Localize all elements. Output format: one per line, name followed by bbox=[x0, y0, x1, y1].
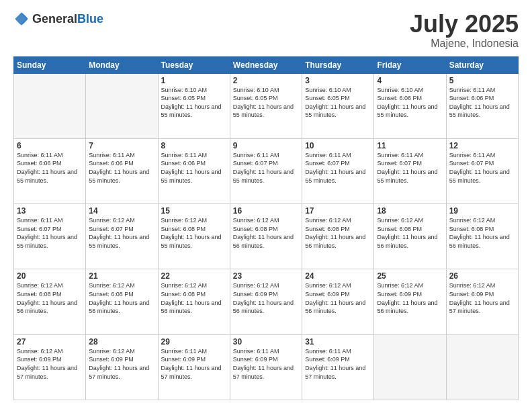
cell-info: Sunrise: 6:12 AMSunset: 6:08 PMDaylight:… bbox=[89, 281, 154, 315]
cell-info: Sunrise: 6:12 AMSunset: 6:08 PMDaylight:… bbox=[377, 216, 443, 250]
day-number: 15 bbox=[161, 206, 227, 216]
day-number: 12 bbox=[449, 141, 515, 150]
logo-text: GeneralBlue bbox=[32, 12, 103, 26]
cell-info: Sunrise: 6:11 AMSunset: 6:09 PMDaylight:… bbox=[161, 347, 227, 381]
calendar-cell bbox=[374, 334, 446, 400]
col-wednesday: Wednesday bbox=[230, 56, 302, 73]
location: Majene, Indonesia bbox=[410, 38, 519, 50]
calendar-week-1: 1Sunrise: 6:10 AMSunset: 6:05 PMDaylight… bbox=[14, 73, 519, 138]
calendar-week-4: 20Sunrise: 6:12 AMSunset: 6:08 PMDayligh… bbox=[14, 269, 519, 334]
col-tuesday: Tuesday bbox=[158, 56, 230, 73]
day-number: 23 bbox=[233, 271, 299, 281]
calendar-cell: 27Sunrise: 6:12 AMSunset: 6:09 PMDayligh… bbox=[14, 334, 86, 400]
cell-info: Sunrise: 6:12 AMSunset: 6:09 PMDaylight:… bbox=[449, 281, 515, 315]
col-sunday: Sunday bbox=[14, 56, 86, 73]
calendar-cell: 19Sunrise: 6:12 AMSunset: 6:08 PMDayligh… bbox=[446, 204, 518, 269]
calendar-cell: 10Sunrise: 6:11 AMSunset: 6:07 PMDayligh… bbox=[302, 138, 374, 203]
calendar-cell: 16Sunrise: 6:12 AMSunset: 6:08 PMDayligh… bbox=[230, 204, 302, 269]
day-number: 4 bbox=[377, 76, 443, 85]
day-number: 25 bbox=[377, 271, 443, 281]
cell-info: Sunrise: 6:11 AMSunset: 6:09 PMDaylight:… bbox=[233, 347, 299, 381]
day-number: 22 bbox=[161, 271, 227, 281]
title-block: July 2025 Majene, Indonesia bbox=[410, 11, 519, 50]
calendar-cell: 5Sunrise: 6:11 AMSunset: 6:06 PMDaylight… bbox=[446, 73, 518, 138]
calendar-cell: 22Sunrise: 6:12 AMSunset: 6:08 PMDayligh… bbox=[158, 269, 230, 334]
cell-info: Sunrise: 6:11 AMSunset: 6:06 PMDaylight:… bbox=[449, 86, 515, 120]
cell-info: Sunrise: 6:12 AMSunset: 6:08 PMDaylight:… bbox=[161, 281, 227, 315]
cell-info: Sunrise: 6:12 AMSunset: 6:08 PMDaylight:… bbox=[449, 216, 515, 250]
calendar-cell: 29Sunrise: 6:11 AMSunset: 6:09 PMDayligh… bbox=[158, 334, 230, 400]
calendar-cell: 17Sunrise: 6:12 AMSunset: 6:08 PMDayligh… bbox=[302, 204, 374, 269]
col-thursday: Thursday bbox=[302, 56, 374, 73]
calendar-header-row: Sunday Monday Tuesday Wednesday Thursday… bbox=[14, 56, 519, 73]
cell-info: Sunrise: 6:12 AMSunset: 6:08 PMDaylight:… bbox=[17, 281, 83, 315]
calendar-cell: 30Sunrise: 6:11 AMSunset: 6:09 PMDayligh… bbox=[230, 334, 302, 400]
calendar-cell: 26Sunrise: 6:12 AMSunset: 6:09 PMDayligh… bbox=[446, 269, 518, 334]
day-number: 1 bbox=[161, 76, 227, 85]
calendar-cell bbox=[86, 73, 158, 138]
cell-info: Sunrise: 6:11 AMSunset: 6:06 PMDaylight:… bbox=[17, 151, 83, 185]
cell-info: Sunrise: 6:12 AMSunset: 6:09 PMDaylight:… bbox=[17, 347, 83, 381]
month-year: July 2025 bbox=[410, 11, 519, 38]
cell-info: Sunrise: 6:10 AMSunset: 6:05 PMDaylight:… bbox=[305, 86, 371, 120]
calendar-week-2: 6Sunrise: 6:11 AMSunset: 6:06 PMDaylight… bbox=[14, 138, 519, 203]
cell-info: Sunrise: 6:11 AMSunset: 6:07 PMDaylight:… bbox=[17, 216, 83, 250]
cell-info: Sunrise: 6:12 AMSunset: 6:08 PMDaylight:… bbox=[305, 216, 371, 250]
cell-info: Sunrise: 6:11 AMSunset: 6:09 PMDaylight:… bbox=[305, 347, 371, 381]
calendar-week-5: 27Sunrise: 6:12 AMSunset: 6:09 PMDayligh… bbox=[14, 334, 519, 400]
header: GeneralBlue July 2025 Majene, Indonesia bbox=[13, 11, 519, 50]
day-number: 16 bbox=[233, 206, 299, 216]
col-monday: Monday bbox=[86, 56, 158, 73]
day-number: 21 bbox=[89, 271, 154, 281]
calendar-cell: 25Sunrise: 6:12 AMSunset: 6:09 PMDayligh… bbox=[374, 269, 446, 334]
logo-blue: Blue bbox=[77, 12, 103, 26]
day-number: 27 bbox=[17, 337, 83, 347]
day-number: 31 bbox=[305, 337, 371, 347]
calendar-cell: 28Sunrise: 6:12 AMSunset: 6:09 PMDayligh… bbox=[86, 334, 158, 400]
day-number: 14 bbox=[89, 206, 154, 216]
day-number: 28 bbox=[89, 337, 154, 347]
logo-general: General bbox=[32, 12, 77, 26]
day-number: 9 bbox=[233, 141, 299, 150]
calendar-cell: 13Sunrise: 6:11 AMSunset: 6:07 PMDayligh… bbox=[14, 204, 86, 269]
cell-info: Sunrise: 6:11 AMSunset: 6:07 PMDaylight:… bbox=[233, 151, 299, 185]
logo: GeneralBlue bbox=[13, 11, 103, 27]
day-number: 20 bbox=[17, 271, 83, 281]
cell-info: Sunrise: 6:11 AMSunset: 6:07 PMDaylight:… bbox=[449, 151, 515, 185]
calendar-cell: 8Sunrise: 6:11 AMSunset: 6:06 PMDaylight… bbox=[158, 138, 230, 203]
calendar-cell: 6Sunrise: 6:11 AMSunset: 6:06 PMDaylight… bbox=[14, 138, 86, 203]
calendar-cell: 7Sunrise: 6:11 AMSunset: 6:06 PMDaylight… bbox=[86, 138, 158, 203]
cell-info: Sunrise: 6:11 AMSunset: 6:06 PMDaylight:… bbox=[89, 151, 154, 185]
cell-info: Sunrise: 6:12 AMSunset: 6:07 PMDaylight:… bbox=[89, 216, 154, 250]
day-number: 8 bbox=[161, 141, 227, 150]
calendar-cell: 18Sunrise: 6:12 AMSunset: 6:08 PMDayligh… bbox=[374, 204, 446, 269]
day-number: 24 bbox=[305, 271, 371, 281]
day-number: 18 bbox=[377, 206, 443, 216]
calendar-cell: 4Sunrise: 6:10 AMSunset: 6:06 PMDaylight… bbox=[374, 73, 446, 138]
day-number: 11 bbox=[377, 141, 443, 150]
calendar-cell: 15Sunrise: 6:12 AMSunset: 6:08 PMDayligh… bbox=[158, 204, 230, 269]
cell-info: Sunrise: 6:11 AMSunset: 6:07 PMDaylight:… bbox=[305, 151, 371, 185]
calendar-cell: 24Sunrise: 6:12 AMSunset: 6:09 PMDayligh… bbox=[302, 269, 374, 334]
day-number: 17 bbox=[305, 206, 371, 216]
day-number: 19 bbox=[449, 206, 515, 216]
day-number: 29 bbox=[161, 337, 227, 347]
day-number: 5 bbox=[449, 76, 515, 85]
calendar-cell: 11Sunrise: 6:11 AMSunset: 6:07 PMDayligh… bbox=[374, 138, 446, 203]
calendar-week-3: 13Sunrise: 6:11 AMSunset: 6:07 PMDayligh… bbox=[14, 204, 519, 269]
calendar-cell bbox=[446, 334, 518, 400]
cell-info: Sunrise: 6:10 AMSunset: 6:05 PMDaylight:… bbox=[233, 86, 299, 120]
cell-info: Sunrise: 6:12 AMSunset: 6:08 PMDaylight:… bbox=[233, 216, 299, 250]
day-number: 30 bbox=[233, 337, 299, 347]
day-number: 2 bbox=[233, 76, 299, 85]
calendar-cell: 2Sunrise: 6:10 AMSunset: 6:05 PMDaylight… bbox=[230, 73, 302, 138]
cell-info: Sunrise: 6:12 AMSunset: 6:09 PMDaylight:… bbox=[305, 281, 371, 315]
calendar-cell: 9Sunrise: 6:11 AMSunset: 6:07 PMDaylight… bbox=[230, 138, 302, 203]
calendar-cell: 1Sunrise: 6:10 AMSunset: 6:05 PMDaylight… bbox=[158, 73, 230, 138]
day-number: 10 bbox=[305, 141, 371, 150]
calendar-cell: 23Sunrise: 6:12 AMSunset: 6:09 PMDayligh… bbox=[230, 269, 302, 334]
day-number: 3 bbox=[305, 76, 371, 85]
calendar-table: Sunday Monday Tuesday Wednesday Thursday… bbox=[13, 56, 519, 400]
day-number: 7 bbox=[89, 141, 154, 150]
cell-info: Sunrise: 6:10 AMSunset: 6:05 PMDaylight:… bbox=[161, 86, 227, 120]
